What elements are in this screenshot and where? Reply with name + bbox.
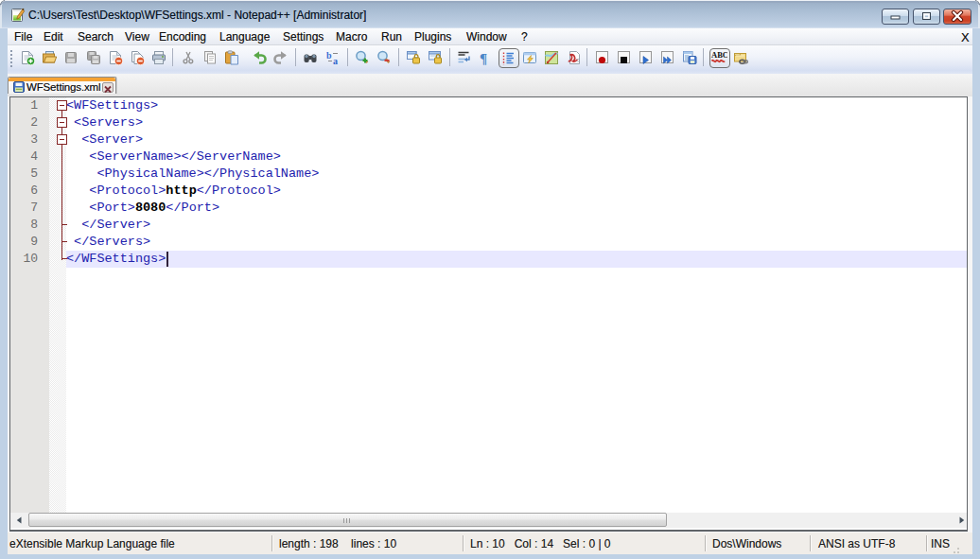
svg-text:ABC: ABC: [711, 50, 727, 60]
svg-text:¶: ¶: [480, 51, 487, 66]
svg-text:a: a: [333, 56, 338, 65]
svg-text:b: b: [326, 50, 332, 61]
